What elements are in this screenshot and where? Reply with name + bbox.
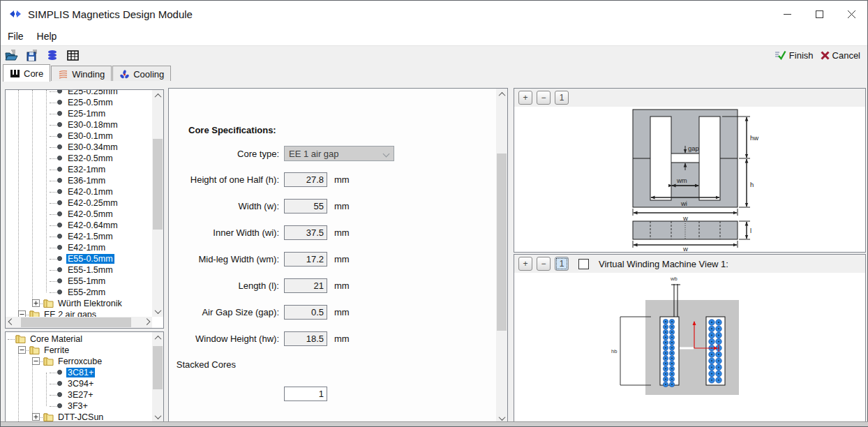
scroll-left-arrow[interactable] [6,317,17,328]
finish-button[interactable]: Finish [775,50,814,61]
zoom-actual-button[interactable]: 1 [555,257,569,271]
scroll-down-arrow[interactable] [152,306,163,317]
collapse-minus-icon[interactable] [18,346,26,354]
menu-file[interactable]: File [7,29,24,43]
tree-item-e25-0-25mm[interactable]: E25-0.25mm [6,89,152,97]
field-input-width-w[interactable] [284,199,327,214]
scroll-up-arrow[interactable] [152,90,163,101]
tree-item-e42-0-1mm[interactable]: E42-0.1mm [6,186,152,197]
tab-winding[interactable]: Winding [51,66,112,82]
tree-item-3f3[interactable]: 3F3+ [6,400,152,412]
cancel-label: Cancel [832,50,860,61]
stacked-cores-input[interactable] [284,387,327,401]
maximize-button[interactable] [803,1,835,27]
menu-help[interactable]: Help [36,29,58,43]
minimize-button[interactable] [771,1,803,27]
tree-connector [50,203,57,204]
tree-item-3e27[interactable]: 3E27+ [6,389,152,400]
tree-item-e55-2mm[interactable]: E55-2mm [6,287,152,298]
scroll-right-arrow[interactable] [141,317,152,328]
tree-item-label: Ferrite [43,345,70,355]
tree-bullet-icon [57,223,62,227]
field-input-length-l[interactable] [284,278,327,293]
tree-item-e32-1mm[interactable]: E32-1mm [6,164,152,175]
tree-bullet-icon [57,403,62,408]
folder-icon [29,345,40,354]
tree-item-e42-0-64mm[interactable]: E42-0.64mm [6,220,152,231]
tree-connector [50,136,57,137]
form-vscrollbar[interactable] [496,89,507,424]
winding-view-checkbox[interactable] [578,259,589,269]
tree-connector [50,270,57,271]
tree-item-e32-0-5mm[interactable]: E32-0.5mm [6,153,152,164]
tree-item-3c94[interactable]: 3C94+ [6,378,152,389]
scroll-thumb[interactable] [21,317,131,327]
core-tree-hscrollbar[interactable] [6,317,152,328]
tree-item-e25-1mm[interactable]: E25-1mm [6,108,152,119]
wb-label: wb [670,276,678,282]
tree-item-e42-1mm[interactable]: E42-1mm [6,242,152,253]
open-design-icon[interactable] [5,49,19,61]
core-type-dropdown[interactable]: EE 1 air gap [284,146,394,161]
field-label-air-gap-size-gap: Air Gap Size (gap): [169,307,279,317]
tree-connector [50,225,57,226]
tree-item-label: E25-1mm [66,109,107,119]
table-icon[interactable] [66,49,80,61]
scroll-thumb[interactable] [497,153,507,331]
expand-plus-icon[interactable] [32,299,40,307]
zoom-out-button[interactable]: − [537,91,551,105]
tree-item-core-material[interactable]: Core Material [6,334,152,345]
tab-core[interactable]: Core [3,64,50,82]
core-type-label: Core type: [169,149,279,159]
material-tree-vscrollbar[interactable] [152,332,163,422]
database-icon[interactable] [45,49,59,61]
zoom-out-button[interactable]: − [537,257,551,271]
folder-icon [15,334,26,343]
tree-item-label: E25-0.25mm [66,89,119,96]
expand-plus-icon[interactable] [32,413,40,421]
tree-item-e55-1mm[interactable]: E55-1mm [6,276,152,287]
tree-item-e30-0-1mm[interactable]: E30-0.1mm [6,130,152,142]
tree-item-e42-0-5mm[interactable]: E42-0.5mm [6,209,152,220]
tree-item-w-rth-elektronik[interactable]: Würth Elektronik [6,298,152,309]
scroll-thumb[interactable] [153,346,163,389]
scroll-up-arrow[interactable] [152,332,163,343]
tree-item-e55-1-5mm[interactable]: E55-1.5mm [6,264,152,276]
field-input-window-height-hw[interactable] [284,331,327,346]
tree-bullet-icon [57,156,62,160]
tree-item-e55-0-5mm[interactable]: E55-0.5mm [6,253,152,264]
zoom-actual-button[interactable]: 1 [555,91,569,105]
scroll-up-arrow[interactable] [496,89,507,100]
tree-item-label: 3C94+ [66,379,95,389]
tree-item-3c81[interactable]: 3C81+ [6,367,152,378]
tree-item-e30-0-34mm[interactable]: E30-0.34mm [6,142,152,153]
tree-bullet-icon [57,100,62,105]
zoom-in-button[interactable]: + [518,257,532,271]
scroll-down-arrow[interactable] [152,411,163,422]
tree-item-e25-0-5mm[interactable]: E25-0.5mm [6,97,152,108]
tree-item-e36-1mm[interactable]: E36-1mm [6,175,152,186]
tree-item-e30-0-18mm[interactable]: E30-0.18mm [6,119,152,130]
tree-item-label: E42-1mm [66,243,107,253]
tree-item-label: E36-1mm [66,176,107,186]
field-input-mid-leg-width-wm[interactable] [284,252,327,267]
tree-item-ferroxcube[interactable]: Ferroxcube [6,356,152,367]
winding-view-panel: +−1 Virtual Winding Machine View 1: [514,254,866,423]
tab-cooling[interactable]: Cooling [112,66,171,82]
tree-item-ferrite[interactable]: Ferrite [6,345,152,356]
collapse-minus-icon[interactable] [32,357,40,365]
tree-connector [50,170,57,170]
tree-item-e42-0-25mm[interactable]: E42-0.25mm [6,197,152,209]
close-button[interactable] [835,1,867,27]
cancel-button[interactable]: Cancel [821,50,860,61]
field-label-length-l: Length (l): [169,280,279,291]
field-input-air-gap-size-gap[interactable] [284,305,327,320]
core-tree-vscrollbar[interactable] [152,90,163,317]
field-unit: mm [334,254,350,264]
field-input-height-of-one-half-h[interactable] [284,172,327,187]
save-design-icon[interactable] [25,49,39,61]
tree-item-e42-1-5mm[interactable]: E42-1.5mm [6,231,152,242]
field-input-inner-width-wi[interactable] [284,225,327,240]
zoom-in-button[interactable]: + [518,91,532,105]
scroll-thumb[interactable] [153,139,163,230]
